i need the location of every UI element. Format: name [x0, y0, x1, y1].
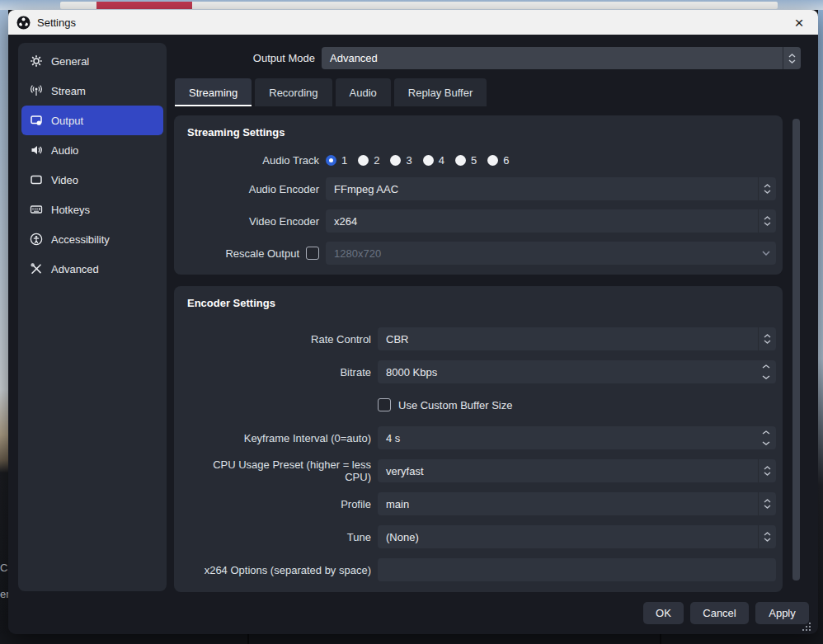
resize-grip-icon[interactable] — [802, 623, 811, 632]
output-mode-value: Advanced — [322, 52, 783, 64]
crossed-tools-icon — [30, 262, 43, 275]
ok-button[interactable]: OK — [643, 602, 684, 624]
audio-track-option-6[interactable]: 6 — [487, 154, 509, 167]
spinbox-arrows-icon[interactable] — [756, 360, 776, 383]
sidebar-item-advanced[interactable]: Advanced — [21, 254, 163, 284]
rate-control-value: CBR — [378, 333, 758, 346]
keyframe-interval-row: Keyframe Interval (0=auto) 4 s — [187, 426, 776, 449]
tune-label: Tune — [187, 531, 371, 543]
audio-track-option-5[interactable]: 5 — [455, 154, 477, 167]
bitrate-spinbox[interactable]: 8000 Kbps — [378, 360, 776, 383]
x264-options-label: x264 Options (separated by space) — [187, 564, 371, 576]
sidebar-item-audio[interactable]: Audio — [21, 135, 163, 165]
tab-recording[interactable]: Recording — [255, 78, 332, 106]
spinner-arrows-icon[interactable] — [758, 209, 776, 233]
spinner-arrows-icon[interactable] — [758, 177, 776, 200]
audio-encoder-label: Audio Encoder — [187, 183, 319, 195]
rate-control-combobox[interactable]: CBR — [378, 327, 776, 350]
output-mode-combobox[interactable]: Advanced — [322, 47, 801, 69]
monitor-icon — [30, 173, 43, 186]
rescale-output-row: Rescale Output 1280x720 — [187, 242, 776, 265]
sidebar-item-label: Accessibility — [51, 233, 110, 246]
radio-label: 1 — [341, 154, 347, 167]
x264-options-input[interactable] — [378, 558, 776, 581]
spinner-arrows-icon[interactable] — [758, 459, 776, 482]
titlebar[interactable]: Settings × — [8, 10, 818, 35]
use-custom-buffer-checkbox[interactable] — [378, 398, 391, 411]
use-custom-buffer-label: Use Custom Buffer Size — [398, 399, 512, 411]
output-tabs: Streaming Recording Audio Replay Buffer — [175, 78, 487, 106]
background-dock-divider — [660, 634, 661, 644]
desktop-wallpaper-right — [818, 10, 823, 644]
radio-icon[interactable] — [423, 155, 434, 166]
radio-label: 5 — [471, 154, 477, 167]
rescale-output-checkbox[interactable] — [306, 247, 319, 260]
audio-track-option-1[interactable]: 1 — [326, 154, 347, 167]
sidebar-item-label: General — [51, 55, 89, 68]
audio-track-option-3[interactable]: 3 — [390, 154, 412, 167]
profile-combobox[interactable]: main — [378, 492, 776, 515]
spinner-arrows-icon[interactable] — [758, 525, 776, 548]
keyframe-interval-label: Keyframe Interval (0=auto) — [187, 432, 371, 444]
audio-encoder-combobox[interactable]: FFmpeg AAC — [326, 177, 776, 200]
tab-audio[interactable]: Audio — [336, 78, 391, 106]
sidebar-item-hotkeys[interactable]: Hotkeys — [21, 195, 163, 224]
tune-combobox[interactable]: (None) — [378, 525, 776, 548]
tune-row: Tune (None) — [187, 525, 776, 548]
spinbox-arrows-icon[interactable] — [756, 426, 776, 449]
tab-replay-buffer[interactable]: Replay Buffer — [394, 78, 487, 106]
bitrate-row: Bitrate 8000 Kbps — [187, 360, 776, 383]
sidebar-item-stream[interactable]: Stream — [21, 76, 163, 106]
obs-logo-icon — [16, 16, 31, 30]
gear-icon — [30, 54, 43, 68]
sidebar-item-general[interactable]: General — [21, 46, 163, 76]
video-encoder-value: x264 — [326, 215, 758, 228]
radio-icon[interactable] — [390, 155, 401, 166]
video-encoder-combobox[interactable]: x264 — [326, 209, 776, 233]
speaker-icon — [30, 143, 43, 157]
rescale-resolution-value: 1280x720 — [326, 247, 756, 260]
vertical-scrollbar[interactable] — [792, 119, 800, 581]
broadcast-icon — [30, 84, 43, 97]
spinner-arrows-icon[interactable] — [758, 492, 776, 515]
rescale-output-label: Rescale Output — [187, 247, 299, 260]
keyframe-interval-spinbox[interactable]: 4 s — [378, 426, 776, 449]
audio-track-option-2[interactable]: 2 — [358, 154, 379, 167]
sidebar-item-label: Stream — [51, 85, 86, 97]
spinner-arrows-icon[interactable] — [783, 47, 801, 69]
close-icon[interactable]: × — [788, 12, 810, 32]
cancel-button[interactable]: Cancel — [690, 602, 749, 624]
tab-streaming[interactable]: Streaming — [175, 78, 252, 106]
encoder-settings-card: Encoder Settings Rate Control CBR Bitrat… — [174, 286, 783, 592]
radio-icon[interactable] — [358, 155, 369, 166]
audio-track-option-4[interactable]: 4 — [423, 154, 444, 167]
radio-icon[interactable] — [487, 155, 498, 166]
spinner-arrows-icon[interactable] — [758, 327, 776, 350]
desktop-wallpaper-top — [0, 0, 823, 10]
streaming-settings-card: Streaming Settings Audio Track 1 2 3 4 5… — [174, 115, 783, 275]
sidebar-item-output[interactable]: Output — [21, 106, 163, 135]
video-encoder-label: Video Encoder — [187, 215, 319, 228]
sidebar-item-accessibility[interactable]: Accessibility — [21, 224, 163, 254]
audio-encoder-value: FFmpeg AAC — [326, 183, 758, 195]
bitrate-label: Bitrate — [187, 366, 371, 378]
profile-label: Profile — [187, 498, 371, 510]
custom-buffer-row: Use Custom Buffer Size — [187, 393, 776, 416]
video-encoder-row: Video Encoder x264 — [187, 209, 776, 233]
apply-button[interactable]: Apply — [755, 602, 809, 624]
rate-control-label: Rate Control — [187, 333, 371, 346]
x264-options-row: x264 Options (separated by space) — [187, 558, 776, 581]
cpu-preset-label: CPU Usage Preset (higher = less CPU) — [187, 458, 371, 483]
radio-checked-icon[interactable] — [326, 155, 336, 166]
cpu-preset-combobox[interactable]: veryfast — [378, 459, 776, 482]
rescale-resolution-combobox[interactable]: 1280x720 — [326, 242, 776, 265]
person-circle-icon — [30, 233, 43, 246]
sidebar-item-label: Audio — [51, 144, 78, 157]
radio-label: 2 — [374, 154, 379, 167]
sidebar-item-video[interactable]: Video — [21, 165, 163, 195]
background-app-bottom — [0, 634, 823, 644]
keyframe-interval-value: 4 s — [378, 432, 756, 444]
radio-label: 4 — [439, 154, 444, 167]
rate-control-row: Rate Control CBR — [187, 327, 776, 350]
radio-icon[interactable] — [455, 155, 466, 166]
